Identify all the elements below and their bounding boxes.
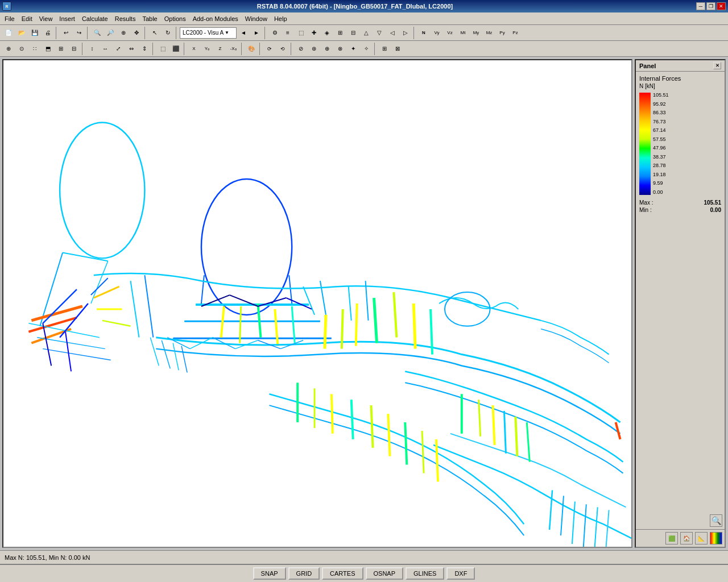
select-button[interactable]: ↖ — [148, 27, 161, 39]
tb2-btn-6[interactable]: ⊟ — [68, 43, 80, 55]
panel-view-btn-4[interactable] — [710, 532, 722, 544]
svg-rect-22 — [184, 321, 320, 322]
tb2-btn-1[interactable]: ⊕ — [2, 43, 15, 55]
tb-btn-2[interactable]: ≡ — [282, 27, 294, 39]
tb-force-n[interactable]: N — [417, 27, 430, 39]
rotate-button[interactable]: ↻ — [162, 27, 174, 39]
menu-options[interactable]: Options — [161, 14, 189, 23]
tb-btn-7[interactable]: ⊟ — [347, 27, 359, 39]
tb2-btn-18[interactable]: 🎨 — [245, 43, 258, 55]
panel-view-btn-3[interactable]: 📐 — [695, 532, 708, 544]
lc-selector[interactable]: LC2000 - Visu A ▼ — [180, 27, 237, 39]
dxf-button[interactable]: DXF — [446, 567, 475, 580]
cartes-button[interactable]: CARTES — [322, 567, 363, 580]
tb2-btn-16[interactable]: Z — [214, 43, 226, 55]
tb2-btn-14[interactable]: X — [188, 43, 200, 55]
tb2-btn-11[interactable]: ⇕ — [138, 43, 151, 55]
prev-lc-button[interactable]: ◄ — [237, 27, 250, 39]
menu-addon[interactable]: Add-on Modules — [189, 14, 242, 23]
tb2-btn-17[interactable]: -X₈ — [227, 43, 239, 55]
restore-button[interactable]: ❐ — [706, 2, 715, 10]
tb-btn-5[interactable]: ◈ — [321, 27, 333, 39]
menu-edit[interactable]: Edit — [18, 14, 36, 23]
color-label-86.33: 86.33 — [653, 110, 669, 115]
tb2-btn-8[interactable]: ↔ — [99, 43, 111, 55]
menu-calculate[interactable]: Calculate — [78, 14, 111, 23]
bottom-bar: SNAP GRID CARTES OSNAP GLINES DXF — [0, 564, 728, 582]
sep-tb2-7 — [374, 43, 377, 55]
tb-force-mt[interactable]: Mt — [457, 27, 469, 39]
panel-magnify-area: 🔍 — [636, 512, 725, 529]
tb2-btn-23[interactable]: ⊕ — [321, 43, 333, 55]
next-lc-button[interactable]: ► — [250, 27, 263, 39]
tb-force-my[interactable]: My — [470, 27, 482, 39]
menu-table[interactable]: Table — [139, 14, 160, 23]
tb2-btn-28[interactable]: ⊠ — [391, 43, 404, 55]
print-button[interactable]: 🖨 — [42, 27, 54, 39]
zoom-in-button[interactable]: 🔍 — [91, 27, 104, 39]
tb-btn-9[interactable]: ▽ — [373, 27, 386, 39]
open-button[interactable]: 📂 — [15, 27, 28, 39]
tb2-btn-12[interactable]: ⬚ — [156, 43, 169, 55]
tb-btn-10[interactable]: ◁ — [386, 27, 399, 39]
tb2-btn-5[interactable]: ⊞ — [55, 43, 67, 55]
zoom-all-button[interactable]: ⊕ — [117, 27, 130, 39]
snap-button[interactable]: SNAP — [253, 567, 286, 580]
glines-button[interactable]: GLINES — [406, 567, 444, 580]
menu-help[interactable]: Help — [271, 14, 291, 23]
tb2-btn-27[interactable]: ⊞ — [378, 43, 391, 55]
tb2-btn-21[interactable]: ⊘ — [295, 43, 307, 55]
tb2-btn-20[interactable]: ⟲ — [276, 43, 289, 55]
viewport[interactable] — [2, 59, 632, 548]
tb-force-vy[interactable]: Vy — [431, 27, 443, 39]
new-button[interactable]: 📄 — [2, 27, 15, 39]
tb2-btn-9[interactable]: ⤢ — [112, 43, 125, 55]
max-label: Max : — [639, 199, 653, 206]
pan-button[interactable]: ✥ — [130, 27, 143, 39]
tb-btn-11[interactable]: ▷ — [399, 27, 412, 39]
tb-btn-6[interactable]: ⊞ — [334, 27, 346, 39]
tb2-btn-13[interactable]: ⬛ — [169, 43, 182, 55]
undo-button[interactable]: ↩ — [60, 27, 72, 39]
osnap-button[interactable]: OSNAP — [366, 567, 404, 580]
tb-force-mz[interactable]: Mz — [483, 27, 495, 39]
minimize-button[interactable]: ─ — [696, 2, 705, 10]
tb2-btn-10[interactable]: ⇔ — [125, 43, 138, 55]
tb2-btn-19[interactable]: ⟳ — [263, 43, 276, 55]
color-label-19.18: 19.18 — [653, 172, 669, 177]
tb-force-py[interactable]: Py — [496, 27, 508, 39]
tb2-btn-24[interactable]: ⊗ — [334, 43, 346, 55]
menu-file[interactable]: File — [1, 14, 18, 23]
tb-force-vz[interactable]: Vz — [444, 27, 456, 39]
tb-btn-1[interactable]: ⚙ — [268, 27, 281, 39]
zoom-out-button[interactable]: 🔎 — [104, 27, 117, 39]
tb2-btn-7[interactable]: ↕ — [86, 43, 98, 55]
redo-button[interactable]: ↪ — [73, 27, 85, 39]
app-icon: R — [2, 2, 11, 11]
tb2-btn-3[interactable]: ∷ — [28, 43, 41, 55]
tb-btn-3[interactable]: ⬚ — [295, 27, 307, 39]
grid-button[interactable]: GRID — [288, 567, 320, 580]
tb2-btn-15[interactable]: Y₈ — [201, 43, 213, 55]
panel-view-btn-1[interactable]: 🟩 — [665, 532, 678, 544]
tb2-btn-25[interactable]: ✦ — [347, 43, 359, 55]
panel-close-button[interactable]: ✕ — [713, 62, 721, 69]
tb2-btn-22[interactable]: ⊛ — [308, 43, 320, 55]
svg-line-25 — [240, 306, 241, 343]
panel-title: Panel — [639, 63, 656, 69]
lc-selector-text: LC2000 - Visu A — [183, 30, 224, 36]
tb2-btn-2[interactable]: ⊙ — [15, 43, 28, 55]
tb-btn-4[interactable]: ✚ — [308, 27, 320, 39]
menu-window[interactable]: Window — [242, 14, 271, 23]
panel-view-btn-2[interactable]: 🏠 — [680, 532, 693, 544]
tb2-btn-4[interactable]: ⬒ — [42, 43, 54, 55]
close-button[interactable]: ✕ — [717, 2, 726, 10]
menu-results[interactable]: Results — [111, 14, 139, 23]
tb2-btn-26[interactable]: ✧ — [360, 43, 373, 55]
magnify-button[interactable]: 🔍 — [710, 514, 722, 527]
menu-insert[interactable]: Insert — [56, 14, 78, 23]
tb-btn-8[interactable]: △ — [360, 27, 373, 39]
save-button[interactable]: 💾 — [28, 27, 41, 39]
tb-force-pz[interactable]: Pz — [509, 27, 522, 39]
menu-view[interactable]: View — [36, 14, 56, 23]
